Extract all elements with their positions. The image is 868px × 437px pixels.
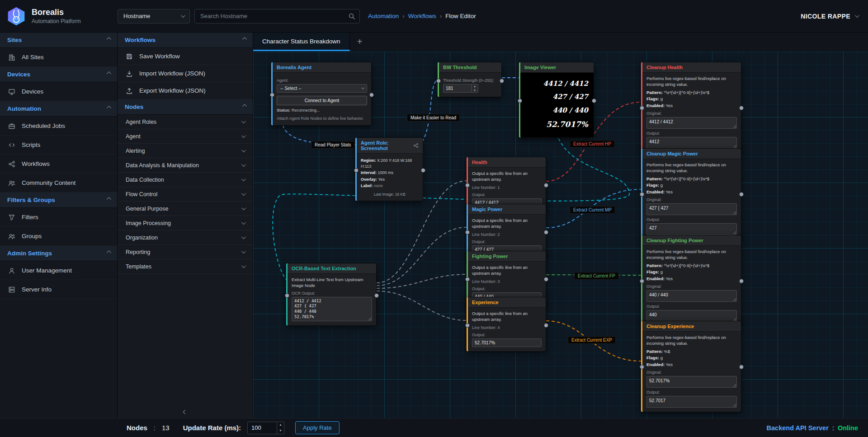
node-title: Borealis Agent	[277, 65, 311, 70]
node-cleanup-magic-power[interactable]: Cleanup Magic Power Performs live regex-…	[641, 148, 741, 240]
sidebar-section-automation[interactable]: Automation	[0, 101, 117, 117]
node-category-alerting[interactable]: Alerting	[118, 144, 253, 158]
wire-ocr-to-fighting	[377, 274, 467, 288]
export-workflow-button[interactable]: Export Workflow (JSON)	[118, 82, 253, 99]
cleanup-experience-output-textarea[interactable]: 52.7017	[646, 396, 737, 408]
agent-select[interactable]: -- Select --	[277, 84, 367, 93]
filter-icon	[8, 214, 15, 221]
cleanup-health-output-textarea[interactable]: 4412	[646, 137, 737, 149]
node-category-data-collection[interactable]: Data Collection	[118, 173, 253, 187]
cleanup-fighting-original-textarea[interactable]: 440 / 440	[646, 290, 737, 302]
node-category-flow-control[interactable]: Flow Control	[118, 187, 253, 202]
chevron-left-icon	[183, 410, 188, 414]
node-borealis-agent[interactable]: Borealis Agent Agent: -- Select -- Conne…	[271, 62, 372, 126]
spinner-buttons[interactable]: ▲▼	[471, 85, 478, 92]
share-icon[interactable]	[413, 143, 419, 148]
node-title: BW Threshold	[443, 65, 477, 70]
chevron-up-icon	[107, 71, 111, 76]
node-category-agent[interactable]: Agent	[118, 129, 253, 144]
building-icon	[8, 54, 15, 61]
node-category-organization[interactable]: Organization	[118, 230, 253, 245]
ocr-output-textarea[interactable]: 4412 / 4412 427 { 427 440 / 440 52.7017%	[292, 297, 372, 321]
nodes-count-value: 13	[162, 424, 170, 432]
panel-section-workflows[interactable]: Workflows	[118, 33, 253, 48]
export-icon	[126, 87, 133, 94]
label-node-read-player-stats[interactable]: Read Player Stats	[311, 141, 355, 149]
node-category-general-purpose[interactable]: General Purpose	[118, 202, 253, 216]
chevron-down-icon	[241, 133, 246, 138]
chevron-up-icon	[242, 37, 247, 42]
apply-rate-button[interactable]: Apply Rate	[295, 421, 340, 434]
cleanup-health-original-textarea[interactable]: 4412 / 4412	[646, 117, 737, 129]
sidebar-item-server-info[interactable]: Server Info	[0, 280, 117, 299]
save-workflow-button[interactable]: Save Workflow	[118, 48, 253, 65]
cleanup-magic-original-textarea[interactable]: 427 { 427	[646, 203, 737, 215]
sidebar-item-workflows[interactable]: Workflows	[0, 155, 117, 174]
sidebar-item-filters[interactable]: Filters	[0, 208, 117, 227]
connect-to-agent-button[interactable]: Connect to Agent	[277, 96, 367, 105]
breadcrumb-workflows[interactable]: Workflows	[408, 13, 436, 19]
groups-icon	[8, 233, 15, 240]
node-agent-role-screenshot[interactable]: Agent Role: Screenshot Region: X:200 Y:4…	[355, 137, 423, 201]
threshold-value-input[interactable]	[443, 85, 471, 92]
sidebar-item-scripts[interactable]: Scripts	[0, 136, 117, 155]
sidebar-section-filters-groups[interactable]: Filters & Groups	[0, 193, 117, 208]
sidebar-section-sites[interactable]: Sites	[0, 33, 117, 48]
spinner-buttons[interactable]: ▲▼	[277, 422, 284, 434]
update-rate-input[interactable]	[248, 422, 277, 434]
hostname-dropdown[interactable]: Hostname	[118, 9, 190, 23]
cleanup-magic-output-textarea[interactable]: 427	[646, 223, 737, 235]
search-input[interactable]	[194, 9, 360, 23]
label-node-make-it-easier-to-read[interactable]: Make it Easier to Read	[407, 114, 460, 122]
node-title: Cleanup Experience	[646, 324, 694, 329]
sidebar-section-admin-settings[interactable]: Admin Settings	[0, 246, 117, 261]
tab-character-status-breakdown[interactable]: Character Status Breakdown	[253, 33, 350, 51]
chevron-up-icon	[107, 37, 111, 42]
node-cleanup-experience[interactable]: Cleanup Experience Performs live regex-b…	[641, 321, 741, 412]
cleanup-experience-original-textarea[interactable]: 52.7017%	[646, 376, 737, 388]
cleanup-fighting-output-textarea[interactable]: 440	[646, 310, 737, 322]
chevron-up-icon	[107, 250, 111, 255]
node-image-viewer[interactable]: Image Viewer 4412 / 4412 427 / 427 440 /…	[519, 62, 594, 138]
viewer-screen: 4412 / 4412 427 / 427 440 / 440 52.7017%	[520, 73, 594, 137]
node-title: Agent Role: Screenshot	[361, 140, 413, 151]
flow-editor: Character Status Breakdown + Borealis	[253, 33, 868, 418]
panel-section-nodes[interactable]: Nodes	[118, 99, 253, 115]
sidebar-item-scheduled-jobs[interactable]: Scheduled Jobs	[0, 117, 117, 136]
sidebar-item-community-content[interactable]: Community Content	[0, 174, 117, 193]
node-category-agent-roles[interactable]: Agent Roles	[118, 115, 253, 129]
chevron-up-icon	[242, 104, 247, 108]
chevron-down-icon	[181, 13, 185, 18]
agent-status: Reconnecting...	[292, 108, 320, 113]
node-category-image-processing[interactable]: Image Processing	[118, 216, 253, 230]
add-tab-button[interactable]: +	[350, 33, 370, 51]
app-title: Borealis	[32, 8, 81, 17]
nodes-count-label: Nodes	[127, 424, 147, 432]
breadcrumb-separator: ›	[440, 13, 442, 19]
edge-label-extract-current-fp: Extract Current FP	[574, 272, 619, 280]
user-icon	[8, 267, 15, 274]
sidebar-item-all-sites[interactable]: All Sites	[0, 48, 117, 67]
sidebar-item-devices[interactable]: Devices	[0, 82, 117, 101]
sidebar-section-devices[interactable]: Devices	[0, 67, 117, 82]
node-bw-threshold[interactable]: BW Threshold Threshold Strength (0–255):…	[438, 62, 502, 97]
chevron-down-icon	[241, 206, 246, 210]
node-experience[interactable]: Experience Output a specific line from a…	[467, 297, 546, 352]
node-category-data-analysis[interactable]: Data Analysis & Manipulation	[118, 158, 253, 173]
edge-label-extract-current-mp: Extract Current MP	[570, 206, 615, 214]
chevron-down-icon	[241, 249, 246, 254]
node-ocr-text-extraction[interactable]: OCR-Based Text Extraction Extract Multi-…	[286, 263, 377, 326]
collapse-panel-button[interactable]	[118, 410, 253, 414]
breadcrumb-automation[interactable]: Automation	[368, 13, 399, 19]
sidebar-item-groups[interactable]: Groups	[0, 227, 117, 246]
experience-output-input[interactable]	[472, 338, 542, 347]
node-cleanup-health[interactable]: Cleanup Health Performs live regex-based…	[641, 62, 741, 153]
chevron-down-icon	[241, 162, 246, 167]
import-workflow-button[interactable]: Import Workflow (JSON)	[118, 65, 253, 82]
user-menu[interactable]: NICOLE RAPPE	[801, 13, 868, 20]
node-category-templates[interactable]: Templates	[118, 259, 253, 274]
node-cleanup-fighting-power[interactable]: Cleanup Fighting Power Performs live reg…	[641, 235, 741, 326]
node-category-reporting[interactable]: Reporting	[118, 245, 253, 259]
flow-canvas[interactable]: Borealis Agent Agent: -- Select -- Conne…	[253, 52, 868, 418]
sidebar-item-user-management[interactable]: User Management	[0, 261, 117, 280]
